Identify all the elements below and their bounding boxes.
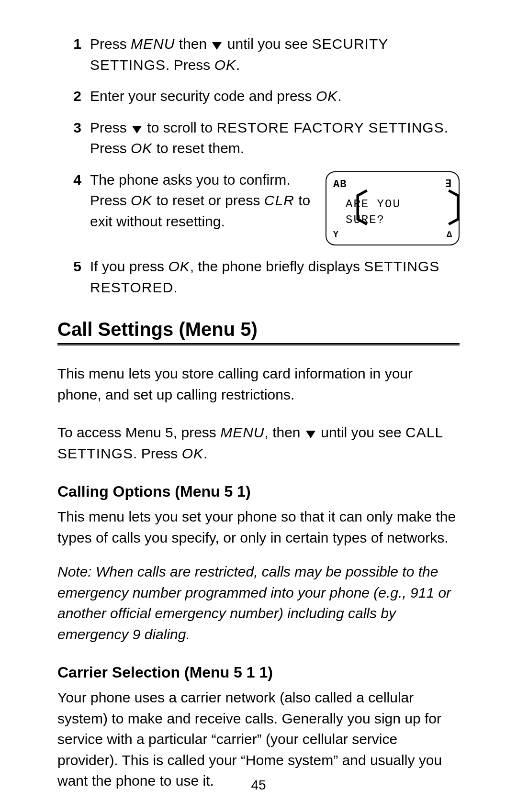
section-heading: Call Settings (Menu 5) xyxy=(57,319,460,340)
subsection-carrier-selection-heading: Carrier Selection (Menu 5 1 1) xyxy=(57,664,460,681)
subsection-calling-options-heading: Calling Options (Menu 5 1) xyxy=(57,483,460,501)
text-run: , the phone briefly displays xyxy=(190,258,364,274)
bracket-right-icon: 〕 xyxy=(444,193,452,228)
text-run: to scroll to xyxy=(143,120,216,135)
step-item: 4The phone asks you to confirm. Press OK… xyxy=(57,169,460,246)
section-intro-2: To access Menu 5, press MENU, then until… xyxy=(57,422,460,464)
step-body: Enter your security code and press OK. xyxy=(90,86,460,107)
restriction-note: Note: When calls are restricted, calls m… xyxy=(57,561,460,645)
text-run: RESTORE FACTORY SETTINGS xyxy=(216,120,444,135)
text-run: OK xyxy=(131,140,152,156)
text-run: until you see xyxy=(317,424,405,440)
text-run: OK xyxy=(316,88,337,104)
text-run: Press xyxy=(90,36,131,52)
down-arrow-icon xyxy=(132,126,142,133)
bracket-left-icon: 〔 xyxy=(333,193,341,228)
screen-indicator-bottom-left: Y xyxy=(333,228,338,241)
page-number: 45 xyxy=(0,778,517,793)
step-body: The phone asks you to confirm. Press OK … xyxy=(90,169,460,246)
text-run: Press xyxy=(90,120,131,135)
step-body: Press to scroll to RESTORE FACTORY SETTI… xyxy=(90,117,460,159)
down-arrow-icon xyxy=(306,431,315,438)
section-intro-1: This menu lets you store calling card in… xyxy=(57,363,460,405)
step-item: 3Press to scroll to RESTORE FACTORY SETT… xyxy=(57,117,460,159)
step-item: 5If you press OK, the phone briefly disp… xyxy=(57,256,460,298)
manual-page: 1Press MENU then until you see SECURITY … xyxy=(0,0,517,812)
text-run: . Press xyxy=(166,57,214,73)
text-run: . xyxy=(173,279,177,295)
text-run: , then xyxy=(265,424,304,440)
step-number: 1 xyxy=(57,33,90,75)
text-run: CLR xyxy=(264,192,294,208)
section-call-settings: Call Settings (Menu 5) xyxy=(57,319,460,346)
text-run: OK xyxy=(182,445,203,461)
phone-screen-illustration: AB∃〔ARE YOUSURE?〕Y∆ xyxy=(326,171,460,246)
step-body: Press MENU then until you see SECURITY S… xyxy=(90,33,460,75)
text-run: OK xyxy=(168,258,190,274)
text-run: to reset or press xyxy=(152,192,264,208)
step-number: 2 xyxy=(57,86,90,107)
text-run: If you press xyxy=(90,258,168,274)
step-number: 3 xyxy=(57,117,90,159)
text-run: OK xyxy=(131,192,152,208)
text-run: To access Menu 5, press xyxy=(57,424,220,440)
text-run: . xyxy=(203,445,207,461)
text-run: to reset them. xyxy=(152,140,244,156)
subsection-carrier-selection-text: Your phone uses a carrier network (also … xyxy=(57,687,460,791)
step-number: 5 xyxy=(57,256,90,298)
text-run: . xyxy=(337,88,341,104)
step-item: 1Press MENU then until you see SECURITY … xyxy=(57,33,460,75)
text-run: until you see xyxy=(223,36,312,52)
section-rule xyxy=(57,343,460,346)
text-run: then xyxy=(175,36,211,52)
text-run: OK xyxy=(214,57,236,73)
subsection-calling-options-text: This menu lets you set your phone so tha… xyxy=(57,506,460,548)
text-run: . xyxy=(236,57,240,73)
down-arrow-icon xyxy=(212,42,222,50)
text-run: . Press xyxy=(133,445,182,461)
screen-line-2: SURE? xyxy=(346,212,442,228)
text-run: MENU xyxy=(220,424,264,440)
text-run: MENU xyxy=(131,36,175,52)
step-number: 4 xyxy=(57,169,90,246)
step-body: If you press OK, the phone briefly displ… xyxy=(90,256,460,298)
screen-line-1: ARE YOU xyxy=(346,197,442,212)
steps-list: 1Press MENU then until you see SECURITY … xyxy=(57,33,460,298)
text-run: Enter your security code and press xyxy=(90,88,316,104)
screen-message: ARE YOUSURE? xyxy=(341,193,444,228)
step-item: 2Enter your security code and press OK. xyxy=(57,86,460,107)
content: 1Press MENU then until you see SECURITY … xyxy=(57,33,460,791)
screen-indicator-bottom-right: ∆ xyxy=(447,228,452,241)
